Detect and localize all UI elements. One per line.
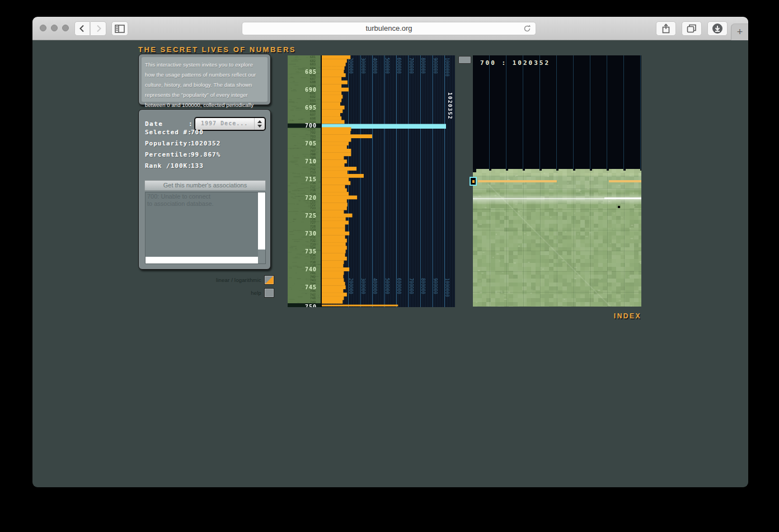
scrollbar-corner — [258, 249, 265, 263]
back-button[interactable] — [74, 21, 90, 36]
stat-selected-value: 700 — [191, 129, 204, 136]
help-label: help — [189, 290, 261, 296]
associations-message: 700: Unable to connect to association da… — [147, 193, 214, 208]
page-content: THE SECRET LIVES OF NUMBERS This interac… — [32, 40, 748, 487]
address-bar[interactable]: turbulence.org — [242, 22, 536, 35]
sidebar-toggle-button[interactable] — [111, 21, 128, 36]
forward-button[interactable] — [91, 21, 106, 36]
chevron-right-icon — [94, 24, 103, 33]
help-row: help — [189, 288, 274, 298]
horizontal-scrollbar[interactable] — [146, 257, 259, 263]
date-dropdown-value: 1997 Dece... — [201, 120, 248, 126]
browser-window: turbulence.org — [32, 17, 748, 487]
number-popularity-bar-chart[interactable] — [288, 55, 455, 307]
sidebar-icon — [115, 25, 125, 33]
zoom-window-button[interactable] — [62, 25, 69, 31]
share-icon — [661, 23, 670, 34]
zoom-slider-handle[interactable] — [458, 56, 471, 64]
downloads-button[interactable] — [707, 21, 728, 36]
dropdown-stepper[interactable] — [254, 118, 265, 130]
description-panel: This interactive system invites you to e… — [138, 54, 271, 105]
vertical-scrollbar[interactable] — [258, 192, 265, 251]
stat-percentile-value: 99.867% — [191, 151, 220, 158]
date-separator: : — [189, 120, 193, 128]
stat-percentile: Percentile:99.867% — [145, 151, 220, 158]
stat-rank: Rank /100K:133 — [145, 162, 204, 170]
page-title: THE SECRET LIVES OF NUMBERS — [138, 45, 296, 54]
associations-textarea[interactable]: 700: Unable to connect to association da… — [145, 192, 266, 264]
minimize-window-button[interactable] — [51, 25, 58, 31]
detail-panel[interactable]: 700 : 1020352 — [473, 55, 641, 169]
close-window-button[interactable] — [40, 25, 46, 31]
description-box: This interactive system invites you to e… — [142, 57, 268, 102]
stepper-down-icon — [257, 125, 262, 128]
selected-number-marker[interactable] — [470, 177, 477, 186]
new-tab-button[interactable]: + — [731, 23, 748, 40]
linear-log-row: linear / logarithmic — [189, 275, 274, 285]
window-controls — [40, 25, 69, 31]
stat-selected: Selected #:700 — [145, 129, 204, 136]
toolbar-right-buttons — [656, 21, 728, 36]
stepper-up-icon — [257, 120, 262, 123]
url-text: turbulence.org — [242, 22, 536, 35]
date-label: Date — [145, 120, 163, 128]
index-heatmap[interactable] — [473, 169, 641, 307]
browser-toolbar: turbulence.org — [32, 17, 748, 40]
date-dropdown[interactable]: 1997 Dece... — [194, 117, 266, 131]
index-label: INDEX — [585, 312, 641, 320]
stat-popularity: Popularity:1020352 — [145, 140, 220, 147]
linear-log-label: linear / logarithmic — [189, 277, 261, 283]
stat-popularity-value: 1020352 — [191, 140, 220, 147]
detail-header: 700 : 1020352 — [480, 59, 550, 67]
linear-log-checkbox[interactable] — [264, 275, 274, 285]
stat-rank-value: 133 — [191, 162, 204, 170]
plus-icon: + — [737, 26, 743, 38]
tab-overview-button[interactable] — [682, 21, 702, 36]
share-button[interactable] — [656, 21, 676, 36]
chevron-left-icon — [78, 24, 87, 33]
get-associations-button[interactable]: Get this number's associations — [144, 180, 266, 191]
marker-dot-icon — [472, 180, 475, 183]
download-icon — [712, 23, 723, 34]
help-checkbox[interactable] — [264, 288, 274, 298]
tabs-icon — [687, 24, 697, 33]
reload-icon[interactable] — [523, 24, 532, 33]
control-panel: Date : 1997 Dece... Selected #:700 Popul… — [138, 109, 271, 270]
